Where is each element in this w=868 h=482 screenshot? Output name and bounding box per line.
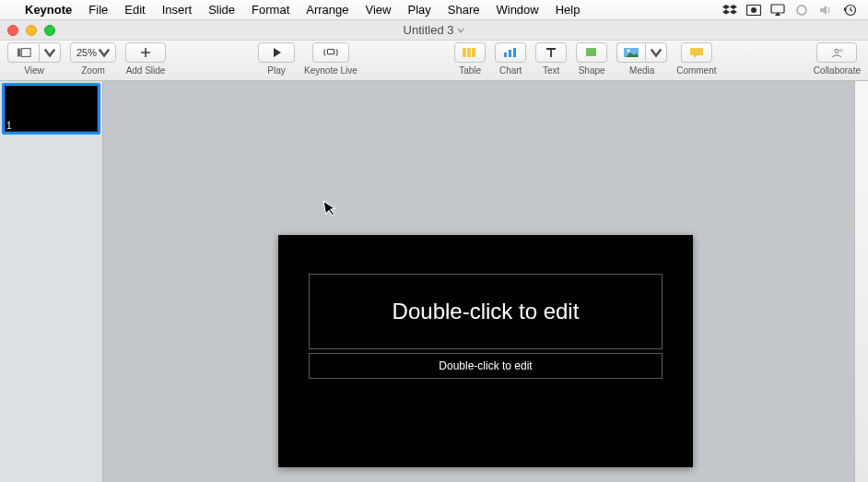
minimize-button[interactable]: [26, 25, 37, 36]
menu-insert[interactable]: Insert: [154, 3, 201, 17]
menu-window[interactable]: Window: [487, 3, 546, 17]
toolbar: View 25% Zoom Add Slide Play: [0, 41, 868, 81]
menu-help[interactable]: Help: [547, 3, 589, 17]
chevron-down-icon: [97, 46, 111, 59]
menu-slide[interactable]: Slide: [200, 3, 243, 17]
collaborate-button[interactable]: [816, 42, 857, 63]
shape-button[interactable]: [576, 42, 607, 63]
canvas[interactable]: Double-click to edit Double-click to edi…: [103, 81, 854, 482]
comment-button[interactable]: [681, 42, 712, 63]
zoom-group: 25% Zoom: [70, 42, 116, 76]
airplay-icon[interactable]: [770, 4, 785, 17]
plus-icon: [138, 46, 153, 59]
slide-thumb-selected[interactable]: 1: [2, 83, 100, 135]
view-label: View: [24, 65, 44, 76]
document-title[interactable]: Untitled 3: [404, 23, 465, 37]
collaborate-icon: [829, 46, 844, 59]
chevron-down-icon: [649, 46, 663, 59]
addslide-group: Add Slide: [125, 42, 166, 76]
table-label: Table: [459, 65, 481, 76]
view-dropdown[interactable]: [39, 42, 61, 63]
play-icon: [269, 46, 284, 59]
media-group: Media: [616, 42, 667, 76]
text-button[interactable]: [535, 42, 567, 63]
text-label: Text: [543, 65, 559, 76]
svg-rect-5: [21, 49, 30, 57]
close-button[interactable]: [7, 25, 18, 36]
chevron-down-icon: [457, 27, 464, 34]
menu-format[interactable]: Format: [243, 3, 298, 17]
title-text: Untitled 3: [404, 23, 454, 37]
comment-icon: [688, 46, 705, 59]
zoom-dropdown[interactable]: 25%: [70, 42, 116, 63]
fullscreen-button[interactable]: [44, 25, 55, 36]
chart-button[interactable]: [495, 42, 526, 63]
slide-navigator[interactable]: 1: [0, 81, 103, 482]
keynote-live-button[interactable]: [312, 42, 349, 63]
comment-label: Comment: [676, 65, 716, 76]
table-group: Table: [454, 42, 486, 76]
view-group: View: [7, 42, 61, 76]
workspace: 1 Double-click to edit Double-click to e…: [0, 81, 868, 482]
media-dropdown[interactable]: [645, 42, 667, 63]
comment-group: Comment: [676, 42, 716, 76]
svg-rect-2: [771, 5, 784, 13]
menu-edit[interactable]: Edit: [116, 3, 153, 17]
menu-arrange[interactable]: Arrange: [298, 3, 357, 17]
media-icon: [623, 46, 639, 59]
keynotelive-group: Keynote Live: [304, 42, 358, 76]
chevron-down-icon: [42, 46, 57, 59]
menu-view[interactable]: View: [358, 3, 400, 17]
svg-rect-10: [504, 53, 507, 57]
keynotelive-label: Keynote Live: [304, 65, 358, 76]
menubar-status: [722, 4, 861, 17]
add-slide-button[interactable]: [125, 42, 166, 63]
svg-rect-7: [463, 48, 466, 57]
svg-rect-9: [472, 48, 475, 57]
play-label: Play: [267, 65, 285, 76]
zoom-value: 25%: [76, 47, 97, 58]
table-button[interactable]: [454, 42, 486, 63]
chart-group: Chart: [495, 42, 526, 76]
timemachine-icon[interactable]: [842, 4, 857, 17]
subtitle-text: Double-click to edit: [439, 359, 532, 372]
media-button[interactable]: [616, 42, 645, 63]
system-menubar: Keynote File Edit Insert Slide Format Ar…: [0, 0, 868, 20]
svg-rect-16: [690, 48, 703, 55]
shape-icon: [583, 46, 600, 59]
shape-label: Shape: [579, 65, 605, 76]
shape-group: Shape: [576, 42, 607, 76]
play-button[interactable]: [258, 42, 295, 63]
title-text: Double-click to edit: [393, 299, 580, 324]
subtitle-placeholder[interactable]: Double-click to edit: [309, 353, 663, 379]
svg-rect-11: [509, 50, 511, 57]
slide-thumb-1: [5, 86, 98, 132]
view-button[interactable]: [7, 42, 39, 63]
app-menu[interactable]: Keynote: [17, 3, 80, 17]
svg-rect-4: [17, 49, 20, 57]
table-icon: [462, 46, 478, 59]
collaborate-group: Collaborate: [814, 42, 861, 76]
svg-rect-12: [513, 48, 516, 57]
menubar-left: Keynote File Edit Insert Slide Format Ar…: [7, 3, 588, 17]
inspector-collapsed[interactable]: [854, 81, 868, 482]
addslide-label: Add Slide: [126, 65, 166, 76]
view-icon: [17, 46, 31, 59]
svg-point-17: [835, 49, 839, 53]
sync-icon[interactable]: [794, 4, 809, 17]
volume-icon[interactable]: [818, 4, 833, 17]
slide[interactable]: Double-click to edit Double-click to edi…: [278, 235, 693, 467]
menu-file[interactable]: File: [80, 3, 116, 17]
window-controls: [7, 25, 55, 36]
svg-rect-13: [586, 48, 596, 56]
screen-record-icon[interactable]: [746, 4, 761, 17]
broadcast-icon: [323, 46, 338, 59]
chart-icon: [502, 46, 519, 59]
slide-number: 1: [6, 121, 12, 131]
title-placeholder[interactable]: Double-click to edit: [309, 274, 663, 349]
dropbox-icon[interactable]: [722, 4, 737, 17]
menu-share[interactable]: Share: [440, 3, 488, 17]
window-titlebar: Untitled 3: [0, 20, 868, 41]
menu-play[interactable]: Play: [399, 3, 439, 17]
mouse-cursor-icon: [323, 198, 341, 223]
